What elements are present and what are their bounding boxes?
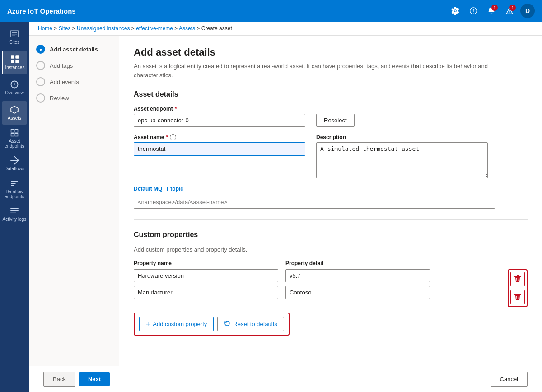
- page-title: Add asset details: [134, 47, 528, 58]
- step-label-4: Review: [50, 95, 69, 102]
- properties-rows: [134, 269, 500, 303]
- asset-endpoint-input[interactable]: [134, 114, 305, 127]
- asset-endpoint-row: Asset endpoint * Reselect: [134, 106, 528, 127]
- back-button[interactable]: Back: [43, 372, 75, 387]
- sidebar-item-activity-logs-label: Activity logs: [3, 217, 27, 222]
- custom-properties-section: Custom properties Add custom properties …: [134, 231, 528, 336]
- asset-name-label: Asset name * i: [134, 134, 305, 140]
- sidebar-item-sites[interactable]: Sites: [2, 25, 27, 49]
- sidebar-item-instances[interactable]: Instances: [2, 51, 27, 74]
- asset-name-desc-row: Asset name * i Description: [134, 134, 528, 178]
- step-label-1: Add asset details: [50, 46, 98, 53]
- asset-name-group: Asset name * i: [134, 134, 305, 156]
- reselect-button[interactable]: Reselect: [316, 114, 355, 127]
- asset-endpoint-label: Asset endpoint *: [134, 106, 305, 112]
- cancel-button[interactable]: Cancel: [491, 372, 528, 387]
- property-detail-input-2[interactable]: [285, 286, 430, 299]
- breadcrumb-instance[interactable]: effective-meme: [136, 25, 173, 32]
- custom-properties-desc: Add custom properties and property detai…: [134, 246, 528, 253]
- sidebar-item-overview-label: Overview: [5, 90, 24, 95]
- description-input[interactable]: [316, 142, 488, 178]
- section-divider: [134, 219, 528, 220]
- trash-buttons-container: [508, 269, 528, 307]
- sidebar-item-sites-label: Sites: [9, 40, 19, 45]
- top-nav-icons: 1 1 D: [448, 4, 535, 18]
- breadcrumb-assets[interactable]: Assets: [179, 25, 195, 32]
- plus-icon: +: [146, 321, 150, 328]
- sidebar-item-assets-label: Assets: [8, 116, 21, 121]
- sidebar-item-dataflows-label: Dataflows: [5, 166, 24, 171]
- app-title: Azure IoT Operations: [7, 7, 443, 15]
- sidebar-item-dataflows[interactable]: Dataflows: [2, 152, 27, 175]
- notification-badge: 1: [491, 5, 498, 11]
- breadcrumb-home[interactable]: Home: [38, 25, 52, 32]
- step-add-tags[interactable]: Add tags: [36, 61, 112, 70]
- description-label: Description: [316, 134, 488, 140]
- alerts-button[interactable]: 1: [502, 4, 517, 18]
- svg-rect-2: [11, 60, 14, 63]
- description-group: Description: [316, 134, 488, 178]
- mqtt-topic-group: Default MQTT topic: [134, 186, 528, 209]
- asset-details-section: Asset details: [134, 90, 528, 98]
- custom-property-actions: + Add custom property Reset to defaults: [134, 313, 290, 336]
- step-circle-2: [36, 61, 45, 70]
- property-name-input-1[interactable]: [134, 269, 278, 282]
- reset-to-defaults-button[interactable]: Reset to defaults: [217, 317, 284, 331]
- settings-button[interactable]: [448, 4, 463, 18]
- delete-property-2-button[interactable]: [510, 290, 525, 304]
- sidebar-item-activity-logs[interactable]: Activity logs: [2, 202, 27, 226]
- property-detail-header: Property detail: [285, 260, 430, 266]
- mqtt-topic-label: Default MQTT topic: [134, 186, 528, 192]
- step-review[interactable]: Review: [36, 93, 112, 103]
- footer: Back Next Cancel: [29, 366, 542, 392]
- svg-rect-3: [15, 60, 19, 63]
- sidebar-item-dataflow-endpoints[interactable]: Dataflow endpoints: [2, 177, 27, 201]
- property-row-2: [134, 286, 500, 299]
- content-area: Home > Sites > Unassigned instances > ef…: [29, 22, 542, 392]
- step-add-events[interactable]: Add events: [36, 77, 112, 86]
- delete-property-1-button[interactable]: [510, 272, 525, 286]
- add-custom-property-button[interactable]: + Add custom property: [139, 317, 214, 331]
- sidebar-item-dataflow-endpoints-label: Dataflow endpoints: [2, 189, 27, 199]
- mqtt-topic-input[interactable]: [134, 196, 495, 209]
- svg-rect-1: [15, 55, 19, 59]
- step-circle-1: ●: [36, 45, 45, 54]
- avatar[interactable]: D: [520, 4, 535, 18]
- form-panel: Add asset details An asset is a logical …: [119, 36, 542, 366]
- breadcrumb: Home > Sites > Unassigned instances > ef…: [29, 22, 542, 36]
- reset-icon: [224, 320, 230, 328]
- asset-name-info-icon[interactable]: i: [170, 134, 176, 140]
- page-desc: An asset is a logical entity created to …: [134, 62, 518, 79]
- main-layout: Sites Instances Overview Assets Asset en…: [0, 22, 542, 392]
- sidebar-item-asset-endpoints[interactable]: Asset endpoints: [2, 126, 27, 150]
- step-circle-3: [36, 77, 45, 86]
- step-label-2: Add tags: [50, 62, 73, 69]
- alert-badge: 1: [509, 5, 516, 11]
- property-name-input-2[interactable]: [134, 286, 278, 299]
- sidebar-item-asset-endpoints-label: Asset endpoints: [2, 139, 27, 149]
- notifications-button[interactable]: 1: [484, 4, 499, 18]
- page-layout: ● Add asset details Add tags Add events …: [29, 36, 542, 366]
- breadcrumb-sites[interactable]: Sites: [59, 25, 71, 32]
- sidebar-item-instances-label: Instances: [5, 65, 25, 70]
- sidebar-item-assets[interactable]: Assets: [2, 101, 27, 125]
- custom-properties-title: Custom properties: [134, 231, 528, 239]
- step-circle-4: [36, 93, 45, 103]
- top-navigation: Azure IoT Operations 1 1 D: [0, 0, 542, 22]
- help-button[interactable]: [466, 4, 481, 18]
- properties-and-actions: [134, 269, 528, 307]
- property-detail-input-1[interactable]: [285, 269, 430, 282]
- breadcrumb-unassigned[interactable]: Unassigned instances: [77, 25, 130, 32]
- property-name-header: Property name: [134, 260, 278, 266]
- next-button[interactable]: Next: [79, 372, 110, 386]
- asset-endpoint-group: Asset endpoint *: [134, 106, 305, 127]
- sidebar: Sites Instances Overview Assets Asset en…: [0, 22, 29, 392]
- asset-name-input[interactable]: [134, 142, 305, 156]
- sidebar-item-overview[interactable]: Overview: [2, 76, 27, 99]
- breadcrumb-current: Create asset: [201, 25, 232, 32]
- stepper-panel: ● Add asset details Add tags Add events …: [29, 36, 119, 366]
- property-row-1: [134, 269, 500, 282]
- property-headers: Property name Property detail: [134, 260, 528, 266]
- step-label-3: Add events: [50, 79, 79, 85]
- step-add-asset-details[interactable]: ● Add asset details: [36, 45, 112, 54]
